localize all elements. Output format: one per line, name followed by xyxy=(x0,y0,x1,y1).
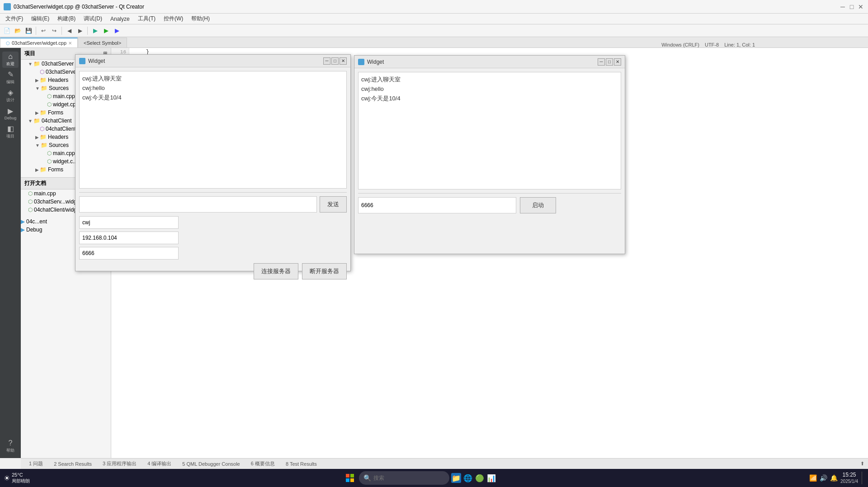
client-widget-close[interactable]: ✕ xyxy=(340,57,347,65)
cpp-file-icon2: ⬡ xyxy=(47,101,52,108)
sidebar-help[interactable]: ? 帮助 xyxy=(2,438,19,454)
taskbar-center: 🔍 📁 🌐 🟢 📊 xyxy=(33,471,807,485)
server-port-field[interactable] xyxy=(358,197,516,213)
tab-summary[interactable]: 6 概要信息 xyxy=(246,459,279,468)
client-widget-titlebar[interactable]: Widget ─ □ ✕ xyxy=(75,55,350,67)
menu-file[interactable]: 文件(F) xyxy=(2,14,27,24)
client-ip-field[interactable] xyxy=(79,232,179,244)
client-widget-title-left: Widget xyxy=(79,58,105,64)
clock[interactable]: 15:25 2025/1/4 xyxy=(840,471,858,485)
client-widget-minimize[interactable]: ─ xyxy=(323,57,330,65)
server-separator xyxy=(358,193,621,194)
client-widget-dialog: Widget ─ □ ✕ cwj:进入聊天室 cwj:hello cwj:今天是… xyxy=(75,54,351,271)
server-widget-title: Widget xyxy=(367,59,384,65)
tab-label-symbol: <Select Symbol> xyxy=(84,40,121,46)
panel-arrow[interactable]: ⬆ xyxy=(860,461,864,467)
toolbar-sep2 xyxy=(61,27,62,35)
encoding-info: UTF-8 xyxy=(705,42,719,47)
menu-controls[interactable]: 控件(W) xyxy=(160,14,187,24)
server-start-button[interactable]: 启动 xyxy=(520,197,556,213)
tab-app-output[interactable]: 3 应用程序输出 xyxy=(98,459,141,468)
open-doc-icon: ⬡ xyxy=(28,190,33,197)
taskbar-right: 📶 🔊 🔔 15:25 2025/1/4 xyxy=(809,471,864,485)
folder-icon: 📁 xyxy=(41,85,47,91)
client-port-field[interactable] xyxy=(79,247,179,260)
tab-test-results[interactable]: 8 Test Results xyxy=(281,460,321,468)
clock-date: 2025/1/4 xyxy=(840,478,858,485)
windows-taskbar: ☀ 25°C 局部晴朗 🔍 📁 🌐 xyxy=(0,469,868,487)
folder-icon3: 📁 xyxy=(41,142,47,148)
client-widget-maximize[interactable]: □ xyxy=(331,57,339,65)
volume-icon[interactable]: 🔊 xyxy=(820,474,827,482)
sidebar-project-label: 项目 xyxy=(6,133,14,139)
new-file-btn[interactable]: 📄 xyxy=(2,26,12,36)
save-btn[interactable]: 💾 xyxy=(24,26,33,36)
menu-build[interactable]: 构建(B) xyxy=(54,14,79,24)
debug-small-icon: ▶ xyxy=(21,227,25,233)
server-widget-close[interactable]: ✕ xyxy=(614,58,621,66)
tab-widget-cpp[interactable]: ⬡ 03chatServer/widget.cpp ✕ xyxy=(0,38,78,47)
sidebar-debug[interactable]: ▶ Debug xyxy=(2,106,19,122)
tree-label: Forms xyxy=(48,109,63,116)
minimize-button[interactable]: ─ xyxy=(839,3,846,10)
back-btn[interactable]: ◀ xyxy=(64,26,74,36)
run-btn[interactable]: ▶ xyxy=(101,26,111,36)
tab-problems[interactable]: 1 问题 xyxy=(24,459,47,468)
client-connect-button[interactable]: 连接服务器 xyxy=(254,263,298,279)
maximize-button[interactable]: □ xyxy=(848,3,855,10)
sidebar-project[interactable]: ◧ 项目 xyxy=(2,124,19,140)
show-desktop-btn[interactable] xyxy=(862,472,864,484)
svg-rect-2 xyxy=(346,478,349,482)
undo-btn[interactable]: ↩ xyxy=(38,26,48,36)
tab-close-widget[interactable]: ✕ xyxy=(68,41,72,46)
expand-arrow: ▼ xyxy=(35,86,40,91)
menu-analyze[interactable]: Analyze xyxy=(107,15,133,23)
menu-tools[interactable]: 工具(T) xyxy=(134,14,159,24)
taskbar-app2[interactable]: 📊 xyxy=(486,473,496,483)
debug-run-btn[interactable]: ▶ xyxy=(112,26,122,36)
tab-select-symbol[interactable]: <Select Symbol> xyxy=(78,38,127,47)
taskbar-search-input[interactable] xyxy=(359,471,449,485)
taskbar-edge[interactable]: 🌐 xyxy=(463,473,473,483)
design-icon: ◈ xyxy=(8,89,13,96)
server-msg-1: cwj:进入聊天室 xyxy=(361,75,618,85)
client-disconnect-button[interactable]: 断开服务器 xyxy=(302,263,347,279)
server-widget-titlebar[interactable]: Widget ─ □ ✕ xyxy=(354,56,625,68)
toolbar: 📄 📂 💾 ↩ ↪ ◀ ▶ ▶ ▶ ▶ xyxy=(0,24,868,37)
client-username-field[interactable] xyxy=(79,216,179,229)
client-send-row: 发送 xyxy=(79,196,347,213)
client-message-input[interactable] xyxy=(79,196,317,213)
taskbar-explorer[interactable]: 📁 xyxy=(451,473,461,483)
menu-debug[interactable]: 调试(D) xyxy=(80,14,106,24)
notification-icon[interactable]: 🔔 xyxy=(830,474,838,482)
sidebar-welcome[interactable]: ⌂ 欢迎 xyxy=(2,52,19,68)
menu-edit[interactable]: 编辑(E) xyxy=(28,14,53,24)
start-button[interactable] xyxy=(343,471,357,485)
open-file-btn[interactable]: 📂 xyxy=(13,26,23,36)
debug-icon: ▶ xyxy=(8,108,13,115)
sidebar-edit[interactable]: ✎ 编辑 xyxy=(2,70,19,86)
build-btn[interactable]: ▶ xyxy=(90,26,100,36)
forward-btn[interactable]: ▶ xyxy=(75,26,85,36)
server-widget-minimize[interactable]: ─ xyxy=(598,58,605,66)
left-sidebar: ⌂ 欢迎 ✎ 编辑 ◈ 设计 ▶ Debug ◧ 项目 ? 帮助 xyxy=(0,48,21,458)
server-widget-maximize[interactable]: □ xyxy=(606,58,613,66)
folder-icon: 📁 xyxy=(33,61,40,67)
server-widget-icon xyxy=(358,59,364,65)
menu-help[interactable]: 帮助(H) xyxy=(188,14,213,24)
network-icon[interactable]: 📶 xyxy=(809,474,817,482)
client-action-row: 连接服务器 断开服务器 xyxy=(79,263,347,279)
redo-btn[interactable]: ↪ xyxy=(49,26,59,36)
taskbar-app1[interactable]: 🟢 xyxy=(475,473,485,483)
tab-search-results[interactable]: 2 Search Results xyxy=(49,460,96,468)
client-send-button[interactable]: 发送 xyxy=(320,196,347,213)
pro-file-icon: ⬡ xyxy=(40,69,44,75)
client-msg-3: cwj:今天是10/4 xyxy=(82,93,344,103)
sidebar-design[interactable]: ◈ 设计 xyxy=(2,88,19,104)
cpp-file-icon3: ⬡ xyxy=(47,150,52,156)
cpp-file-icon4: ⬡ xyxy=(47,158,52,165)
tab-compile-output[interactable]: 4 编译输出 xyxy=(143,459,176,468)
expand-arrow: ▶ xyxy=(35,135,39,140)
close-button[interactable]: ✕ xyxy=(857,3,864,10)
tab-qml-debugger[interactable]: 5 QML Debugger Console xyxy=(178,460,244,468)
